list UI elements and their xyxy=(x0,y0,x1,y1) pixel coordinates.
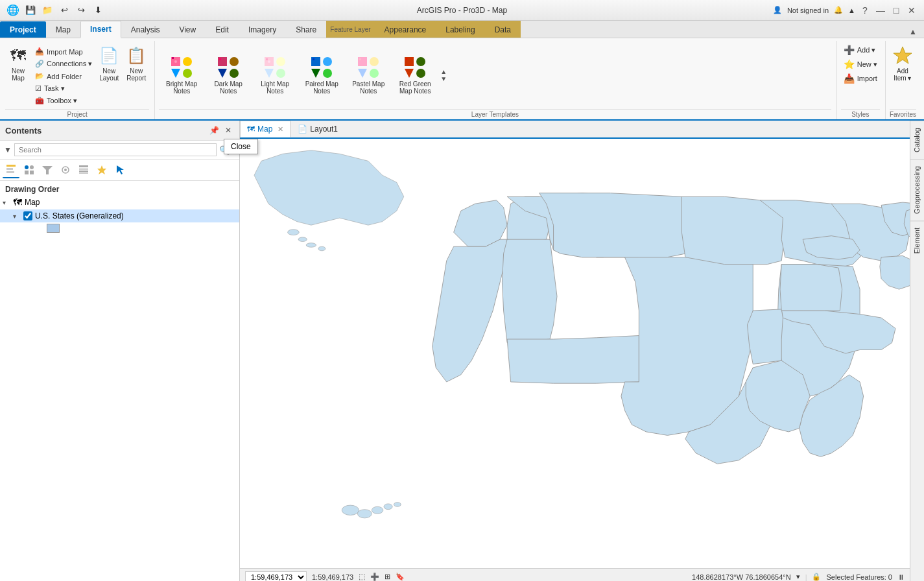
new-layout-icon: 📄 xyxy=(99,45,119,66)
map-tab-layout1[interactable]: 📄 Layout1 xyxy=(290,121,345,137)
quick-more-btn[interactable]: ⬇ xyxy=(91,3,105,18)
pastel-map-notes-label: Pastel MapNotes xyxy=(352,80,385,95)
table-view-btn[interactable] xyxy=(75,161,92,178)
connections-btn[interactable]: 🔗 Connections ▾ xyxy=(32,58,95,69)
project-group-content: 🗺 NewMap 📥 Import Map 🔗 Connections ▾ 📂 … xyxy=(5,41,149,109)
red-green-map-notes-btn[interactable]: Red GreenMap Notes xyxy=(392,53,438,97)
statusbar-separator: | xyxy=(805,573,807,581)
add-folder-btn[interactable]: 📂 Add Folder xyxy=(32,71,95,82)
toolbox-btn[interactable]: 🧰 Toolbox ▾ xyxy=(32,95,95,106)
svg-point-57 xyxy=(394,503,401,507)
tree-item-map[interactable]: ▾ 🗺 Map xyxy=(0,195,239,209)
new-map-btn[interactable]: 🗺 NewMap xyxy=(5,43,31,84)
tab-edit[interactable]: Edit xyxy=(206,21,239,38)
map-tab-map-close[interactable]: ✕ xyxy=(278,125,283,134)
dark-map-notes-btn[interactable]: Dark MapNotes xyxy=(206,53,251,97)
scale-selector[interactable]: 1:59,469,173 xyxy=(245,571,307,582)
svg-point-3 xyxy=(183,69,192,78)
ribbon-collapse-btn[interactable]: ▲ xyxy=(907,26,919,38)
add-style-label: Add ▾ xyxy=(857,46,876,54)
scroll-up-btn[interactable]: ▲ xyxy=(440,68,447,75)
map-tab-layout1-label: Layout1 xyxy=(310,124,338,134)
light-map-notes-btn[interactable]: Light MapNotes xyxy=(252,53,298,97)
us-states-swatch[interactable] xyxy=(47,224,60,233)
grid-btn[interactable]: ⊞ xyxy=(385,573,390,581)
paired-map-notes-btn[interactable]: Paired MapNotes xyxy=(299,53,344,97)
quick-redo-btn[interactable]: ↪ xyxy=(74,3,88,18)
maximize-btn[interactable]: □ xyxy=(890,5,902,16)
state-ca xyxy=(432,239,507,382)
connections-icon: 🔗 xyxy=(35,60,44,68)
select-btn[interactable] xyxy=(112,161,128,178)
fit-to-window-btn[interactable]: ⬚ xyxy=(359,573,365,581)
tab-imagery[interactable]: Imagery xyxy=(239,21,286,38)
filter-btn[interactable] xyxy=(39,161,56,178)
notification-icon[interactable]: 🔔 xyxy=(834,6,843,14)
new-style-btn[interactable]: ⭐ New ▾ xyxy=(841,58,880,71)
svg-point-30 xyxy=(416,69,425,78)
ribbon-group-layer-templates: Bright MapNotes Dark MapN xyxy=(156,41,836,119)
close-btn[interactable]: ✕ xyxy=(906,5,918,16)
search-input[interactable] xyxy=(14,143,217,156)
user-label[interactable]: Not signed in xyxy=(787,6,829,14)
expand-icon[interactable]: ▲ xyxy=(848,6,855,14)
quick-open-btn[interactable]: 📁 xyxy=(40,3,54,18)
tab-labeling[interactable]: Labeling xyxy=(436,21,484,38)
edit-visibility-btn[interactable] xyxy=(57,161,74,178)
tab-data[interactable]: Data xyxy=(485,21,521,38)
svg-point-56 xyxy=(384,504,392,510)
tab-share[interactable]: Share xyxy=(286,21,326,38)
map-layer-icon: 🗺 xyxy=(13,197,22,208)
ribbon-group-project: 🗺 NewMap 📥 Import Map 🔗 Connections ▾ 📂 … xyxy=(3,41,155,119)
by-type-btn[interactable] xyxy=(21,161,38,178)
add-style-icon: ➕ xyxy=(844,45,855,55)
quick-undo-btn[interactable]: ↩ xyxy=(57,3,71,18)
user-icon: 👤 xyxy=(773,6,782,14)
element-tab[interactable]: Element xyxy=(910,220,924,260)
svg-rect-45 xyxy=(79,169,88,170)
import-style-icon: 📥 xyxy=(844,73,855,84)
highlight-btn[interactable] xyxy=(93,161,110,178)
pause-btn[interactable]: ⏸ xyxy=(897,573,905,581)
minimize-btn[interactable]: — xyxy=(875,5,886,16)
feature-layer-header: Feature Layer xyxy=(326,26,374,33)
quick-save-btn[interactable]: 💾 xyxy=(23,3,38,18)
coordinates-dropdown[interactable]: ▾ xyxy=(796,573,800,581)
by-drawing-order-btn[interactable] xyxy=(3,161,19,178)
red-green-map-notes-label: Red GreenMap Notes xyxy=(399,80,431,95)
us-states-map xyxy=(240,139,924,568)
tab-map[interactable]: Map xyxy=(46,21,80,38)
geoprocessing-tab[interactable]: Geoprocessing xyxy=(910,159,924,220)
import-map-icon: 📥 xyxy=(35,47,44,56)
catalog-tab[interactable]: Catalog xyxy=(910,121,924,159)
tab-project[interactable]: Project xyxy=(0,21,46,38)
tree-item-us-states[interactable]: ▾ U.S. States (Generalized) xyxy=(0,209,239,222)
tab-appearance[interactable]: Appearance xyxy=(375,21,436,38)
bright-map-notes-btn[interactable]: Bright MapNotes xyxy=(159,53,204,97)
bookmark-btn[interactable]: 🔖 xyxy=(396,573,405,581)
map-tab-map[interactable]: 🗺 Map ✕ xyxy=(240,121,290,137)
scroll-down-btn[interactable]: ▼ xyxy=(440,75,447,82)
pastel-map-notes-btn[interactable]: Pastel MapNotes xyxy=(346,53,391,97)
tab-insert[interactable]: Insert xyxy=(80,21,121,38)
close-tooltip[interactable]: Close xyxy=(224,139,258,154)
svg-point-55 xyxy=(372,506,383,514)
map-canvas[interactable] xyxy=(240,139,924,568)
import-map-btn[interactable]: 📥 Import Map xyxy=(32,46,95,57)
coordinates-label: 148.8628173°W 76.1860654°N xyxy=(692,573,791,581)
add-item-btn[interactable]: AddItem ▾ xyxy=(890,43,916,84)
new-layout-btn[interactable]: 📄 NewLayout xyxy=(96,43,122,84)
tab-view[interactable]: View xyxy=(169,21,206,38)
tab-analysis[interactable]: Analysis xyxy=(121,21,170,38)
contents-close-btn[interactable]: ✕ xyxy=(222,124,234,136)
us-states-expand-arrow: ▾ xyxy=(13,213,21,220)
contents-pin-btn[interactable]: 📌 xyxy=(208,124,220,136)
us-states-checkbox[interactable] xyxy=(23,211,32,220)
state-co-ut xyxy=(507,336,639,384)
add-style-btn[interactable]: ➕ Add ▾ xyxy=(841,43,879,56)
zoom-in-btn[interactable]: ➕ xyxy=(370,573,379,581)
new-report-btn[interactable]: 📋 NewReport xyxy=(123,43,149,84)
help-btn[interactable]: ? xyxy=(859,5,871,16)
import-style-btn[interactable]: 📥 Import xyxy=(841,72,880,85)
task-btn[interactable]: ☑ Task ▾ xyxy=(32,83,95,94)
